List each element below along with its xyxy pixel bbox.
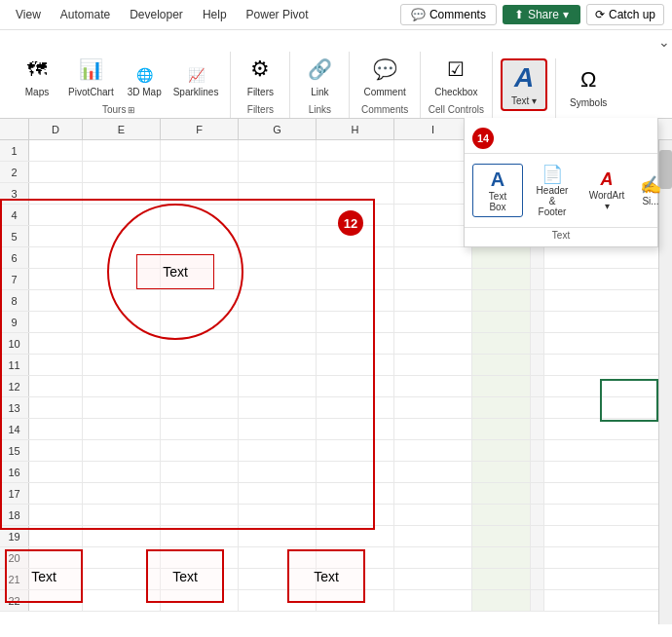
cell[interactable] (394, 376, 472, 396)
circle-shape[interactable]: Text (107, 204, 243, 340)
tab-developer[interactable]: Developer (122, 5, 191, 24)
comment-ribbon-button[interactable]: 💬 Comment (357, 52, 411, 100)
maps-button[interactable]: 🗺 Maps (16, 52, 58, 100)
cell[interactable] (472, 419, 531, 439)
cell[interactable] (472, 247, 531, 268)
filters-button[interactable]: ⚙ Filters (239, 52, 281, 100)
col-header-f[interactable]: F (161, 119, 239, 140)
cell[interactable] (472, 269, 531, 289)
textbox-dropdown-item[interactable]: A TextBox (472, 164, 523, 217)
cell[interactable] (472, 440, 531, 461)
cell[interactable] (394, 333, 472, 354)
checkbox-button[interactable]: ☑ Checkbox (429, 52, 483, 100)
tab-help[interactable]: Help (195, 5, 235, 24)
comments-button[interactable]: 💬 Comments (400, 4, 497, 25)
cell[interactable] (394, 269, 472, 289)
cell (531, 526, 544, 546)
cell[interactable] (394, 140, 472, 161)
row-number: 1 (0, 140, 29, 161)
cell[interactable] (394, 569, 472, 589)
text-button[interactable]: A Text ▾ (501, 58, 547, 111)
cell[interactable] (472, 333, 531, 354)
cell[interactable] (394, 226, 472, 246)
link-button[interactable]: 🔗 Link (298, 52, 341, 100)
cell[interactable] (394, 590, 472, 611)
cell[interactable] (394, 462, 472, 482)
cell[interactable] (239, 140, 317, 161)
tab-view[interactable]: View (8, 5, 49, 24)
ribbon-group-filters: ⚙ Filters Filters (231, 52, 290, 118)
dropdown-section-label: Text (465, 227, 657, 243)
sparklines-button[interactable]: 📈 Sparklines (169, 63, 223, 100)
cell (531, 312, 544, 332)
cell[interactable] (83, 162, 161, 182)
filters-icon: ⚙ (244, 54, 276, 85)
col-header-i[interactable]: I (394, 119, 472, 140)
green-cell-highlight[interactable] (600, 379, 658, 422)
cell[interactable] (317, 162, 394, 182)
cell[interactable] (472, 376, 531, 396)
cell[interactable] (161, 140, 239, 161)
col-header-e[interactable]: E (83, 119, 161, 140)
cell[interactable] (29, 140, 83, 161)
cell[interactable] (394, 397, 472, 418)
cell[interactable] (472, 483, 531, 504)
cell[interactable] (472, 290, 531, 311)
vertical-scrollbar[interactable] (658, 140, 672, 624)
comment-icon: 💬 (411, 8, 426, 21)
checkbox-icon: ☑ (440, 54, 471, 85)
cell[interactable] (83, 140, 161, 161)
cell[interactable] (394, 162, 472, 182)
cell[interactable] (394, 312, 472, 332)
cell[interactable] (472, 312, 531, 332)
cell[interactable] (472, 397, 531, 418)
cell[interactable] (394, 355, 472, 375)
cell (531, 505, 544, 525)
cell[interactable] (394, 419, 472, 439)
cell[interactable] (394, 505, 472, 525)
cell[interactable] (472, 355, 531, 375)
cell[interactable] (472, 569, 531, 589)
tab-power-pivot[interactable]: Power Pivot (239, 5, 317, 24)
cell[interactable] (394, 205, 472, 225)
textbox-2[interactable]: Text (146, 549, 224, 603)
col-header-g[interactable]: G (239, 119, 317, 140)
cell[interactable] (317, 140, 394, 161)
cell[interactable] (472, 505, 531, 525)
cell[interactable] (394, 247, 472, 268)
catchup-button[interactable]: ⟳ Catch up (586, 4, 664, 25)
cell[interactable] (394, 547, 472, 568)
cell[interactable] (29, 162, 83, 182)
wordart-dropdown-item[interactable]: A WordArt ▾ (581, 166, 632, 215)
col-header-d[interactable]: D (29, 119, 83, 140)
header-footer-dropdown-item[interactable]: 📄 Header& Footer (527, 160, 578, 221)
cell[interactable] (472, 547, 531, 568)
cell[interactable] (472, 590, 531, 611)
comments-group-label: Comments (361, 104, 408, 115)
cell[interactable] (472, 526, 531, 546)
tours-expand-icon[interactable]: ⊞ (128, 105, 135, 115)
cell[interactable] (394, 183, 472, 204)
cell (531, 547, 544, 568)
pivotchart-button[interactable]: 📊 PivotChart (62, 52, 120, 100)
cell[interactable] (394, 526, 472, 546)
col-header-h[interactable]: H (317, 119, 394, 140)
share-button[interactable]: ⬆ Share ▾ (503, 5, 580, 24)
tab-automate[interactable]: Automate (53, 5, 118, 24)
circle-textbox[interactable]: Text (136, 254, 214, 289)
3d-map-icon: 🌐 (134, 65, 154, 85)
row-num-header (0, 119, 29, 139)
cell[interactable] (161, 162, 239, 182)
textbox-3[interactable]: Text (287, 549, 365, 603)
symbols-button[interactable]: Ω Symbols (564, 62, 613, 111)
share-icon: ⬆ (514, 8, 524, 21)
sig-dropdown-item[interactable]: ✍ Si... (636, 170, 665, 210)
3d-map-button[interactable]: 🌐 3D Map (124, 63, 166, 100)
ribbon-expand-icon[interactable]: ⌄ (658, 34, 670, 50)
cell[interactable] (472, 462, 531, 482)
cell[interactable] (239, 162, 317, 182)
cell[interactable] (394, 483, 472, 504)
cell[interactable] (394, 440, 472, 461)
textbox-1[interactable]: Text (5, 549, 83, 603)
cell[interactable] (394, 290, 472, 311)
